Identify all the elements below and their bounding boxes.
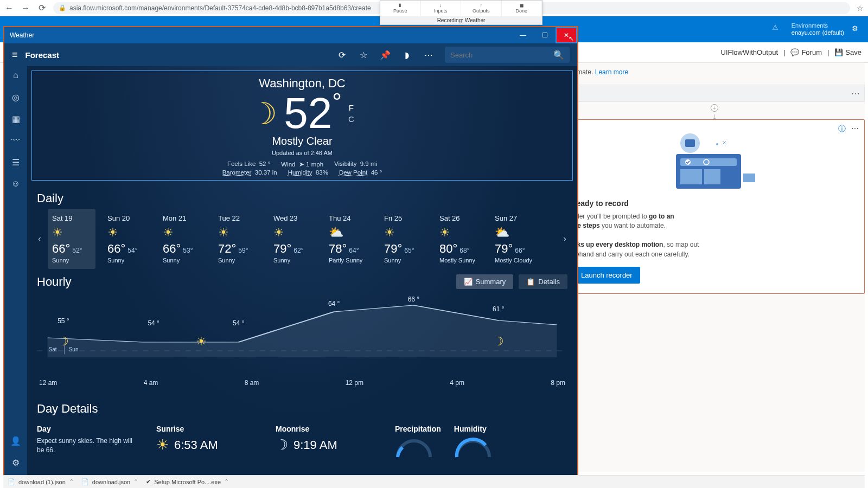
back-button[interactable]: ← [4,3,14,13]
hourly-xaxis-tick: 4 pm [450,379,464,387]
forward-button[interactable]: → [21,3,30,13]
humidity-gauge [454,436,492,458]
hourly-summary-tab[interactable]: 📈 Summary [456,274,514,289]
recorder-done-button[interactable]: ◼ Done [502,1,542,16]
weather-window: Weather — ☐ ✕ ↖ ≡ Forecast ⟳ ☆ 📌 ◗ ⋯ 🔍 ⌂… [3,26,578,479]
updated-text: Updated as of 2:48 AM [32,150,572,156]
recorder-card-title: ready to record [573,199,856,208]
hourly-heading: Hourly [37,275,72,289]
refresh-icon[interactable]: ⟳ [336,49,347,60]
account-icon[interactable]: 👤 [11,436,21,446]
environment-picker[interactable]: Environments enayu.com (default) [792,22,844,36]
hero-stats-row1: Feels Like 52 ° Wind ➤ 1 mph Visibility … [32,160,572,168]
hourly-temp-label: 54 ° [233,319,244,327]
flow-name[interactable]: UIFlowWithOutput [721,48,778,56]
chart-day-sat: Sat [49,346,57,352]
daily-prev-button[interactable]: ‹ [31,233,48,245]
recorder-pause-button[interactable]: ⏸ Pause [380,1,421,16]
search-input[interactable] [450,51,549,59]
flow-canvas: automate. Learn more ⋯ + ↓ ⓘ ⋯ ready to … [564,63,865,472]
svg-rect-1 [685,139,695,147]
daily-next-button[interactable]: › [557,233,573,245]
home-icon[interactable]: ⌂ [11,70,21,80]
launch-recorder-button[interactable]: Launch recorder [573,267,640,284]
moonrise-block: Moonrise ☽9:19 AM [276,425,379,460]
daily-heading: Daily [27,185,577,209]
info-icon[interactable]: ⓘ [838,124,846,134]
day-summary-block: Day Expect sunny skies. The high will be… [37,425,140,460]
window-title: Weather [10,31,34,39]
download-item[interactable]: 📄 download.json ⌃ [81,478,138,485]
download-item[interactable]: ✔ Setup Microsoft Po....exe ⌃ [146,478,229,485]
upload-icon: ↑ [480,3,483,8]
hourly-xaxis-tick: 4 am [144,379,158,387]
3d-maps-icon[interactable]: ▦ [11,114,21,124]
more-icon[interactable]: ⋯ [851,88,860,99]
save-button[interactable]: 💾 Save [834,48,861,56]
hourly-details-tab[interactable]: 📋 Details [519,274,567,289]
daily-day-card[interactable]: Sat 26☀80°68°Mostly Sunny [435,209,483,269]
daily-day-card[interactable]: Sun 27⛅79°66°Mostly Cloudy [490,209,538,269]
flow-step-card[interactable]: ⋯ [564,85,865,102]
day-details-heading: Day Details [37,395,567,419]
hourly-chart[interactable]: 55 °54 °54 °64 °66 °61 ° ☽☀☽ Sat Sun [37,292,567,379]
notifications-icon[interactable]: ⚠ [772,23,784,35]
more-options-icon[interactable]: ⋯ [423,49,434,60]
hourly-condition-icon: ☽ [493,335,504,349]
learn-more-link[interactable]: Learn more [595,68,628,76]
search-field[interactable]: 🔍 [445,47,570,63]
add-step-button[interactable]: + [711,104,718,112]
svg-rect-8 [743,174,755,182]
chart-day-sun: Sun [69,346,79,352]
unit-toggle[interactable]: F C [348,103,354,124]
moon-phase-icon[interactable]: ◗ [401,49,412,60]
hourly-temp-label: 55 ° [58,317,69,325]
search-icon[interactable]: 🔍 [553,50,564,60]
forum-link[interactable]: 💬 Forum [790,48,822,56]
weather-app-bar: ≡ Forecast ⟳ ☆ 📌 ◗ ⋯ 🔍 [4,43,577,66]
maps-icon[interactable]: ◎ [11,92,21,102]
favorite-icon[interactable]: ☆ [358,49,369,60]
favorites-list-icon[interactable]: ☰ [11,157,21,167]
close-button[interactable]: ✕ ↖ [556,27,577,43]
hourly-condition-icon: ☀ [196,335,207,349]
recorder-toolbar: ⏸ Pause ↓ Inputs ↑ Outputs ◼ Done Record… [380,0,542,25]
feedback-icon[interactable]: ☺ [11,179,21,189]
condition-moon-icon: ☽ [250,96,277,131]
settings-gear-icon[interactable]: ⚙ [852,24,861,34]
pin-icon[interactable]: 📌 [380,49,391,60]
daily-day-card[interactable]: Mon 21☀66°53°Sunny [158,209,206,269]
history-icon[interactable]: 〰 [11,136,21,145]
current-conditions-hero[interactable]: Washington, DC ☽ 52° F C Mostly Clear Up… [31,70,573,181]
sunrise-icon: ☀ [156,436,169,453]
recorder-outputs-button[interactable]: ↑ Outputs [461,1,502,16]
canvas-hint: automate. Learn more [564,63,865,85]
download-item[interactable]: 📄 download (1).json ⌃ [8,478,74,485]
precip-gauge [395,436,433,458]
minimize-button[interactable]: — [512,27,534,43]
bookmark-star-icon[interactable]: ☆ [857,4,864,12]
hourly-xaxis: 12 am4 am8 am12 pm4 pm8 pm [27,379,577,390]
cursor-icon: ↖ [569,35,574,42]
hourly-xaxis-tick: 8 am [245,379,259,387]
maximize-button[interactable]: ☐ [534,27,556,43]
settings-icon[interactable]: ⚙ [11,458,21,467]
moonrise-icon: ☽ [276,436,288,453]
hourly-temp-label: 61 ° [493,305,504,313]
daily-day-card[interactable]: Tue 22☀72°59°Sunny [214,209,261,269]
recorder-inputs-button[interactable]: ↓ Inputs [421,1,462,16]
daily-day-card[interactable]: Fri 25☀79°65°Sunny [380,209,427,269]
app-title: Forecast [25,50,60,60]
hourly-xaxis-tick: 8 pm [551,379,565,387]
reload-button[interactable]: ⟳ [37,3,47,13]
card-more-icon[interactable]: ⋯ [851,124,859,133]
daily-day-card[interactable]: Thu 24⛅78°64°Partly Sunny [324,209,372,269]
weather-sidebar: ⌂ ◎ ▦ 〰 ☰ ☺ 👤 ⚙ [4,66,27,478]
menu-button[interactable]: ≡ [12,49,18,61]
daily-day-card[interactable]: Wed 23☀79°62°Sunny [269,209,317,269]
weather-content[interactable]: Washington, DC ☽ 52° F C Mostly Clear Up… [27,66,577,478]
daily-day-card[interactable]: Sun 20☀66°54°Sunny [103,209,151,269]
window-titlebar[interactable]: Weather — ☐ ✕ ↖ [4,27,577,43]
hourly-temp-label: 66 ° [408,296,419,303]
daily-day-card[interactable]: Sat 19☀66°52°Sunny [48,209,95,269]
